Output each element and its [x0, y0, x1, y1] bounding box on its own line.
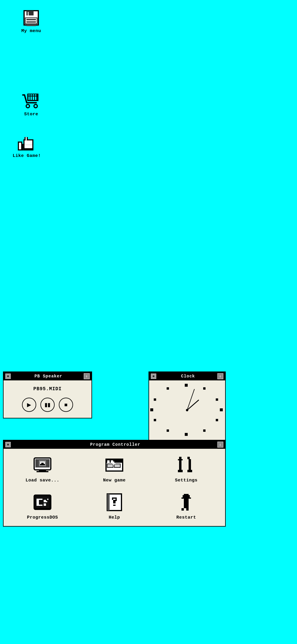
pb-speaker-titlebar: PB Speaker ⇩ [4, 372, 91, 380]
svg-rect-37 [150, 408, 153, 411]
svg-rect-1 [26, 11, 34, 15]
svg-rect-65 [178, 470, 183, 472]
svg-rect-6 [26, 25, 36, 26]
new-game-label: New game [103, 478, 126, 483]
clock-titlebar: Clock ⇩ [149, 372, 225, 380]
prog-ctrl-content: Load save... [4, 449, 225, 526]
restart-icon [176, 492, 197, 513]
prog-ctrl-minimize-btn[interactable]: ⇩ [217, 442, 223, 448]
progressdos-icon [32, 492, 53, 513]
clock-face [149, 380, 225, 440]
my-menu-icon-img [22, 9, 40, 27]
svg-rect-16 [22, 144, 23, 151]
svg-rect-51 [40, 464, 45, 465]
prog-ctrl-title: Program Controller [13, 442, 217, 447]
svg-rect-85 [113, 501, 116, 503]
svg-rect-31 [220, 408, 223, 411]
svg-rect-20 [19, 143, 21, 149]
store-label: Store [24, 112, 38, 117]
store-icon-img [22, 92, 40, 110]
svg-rect-61 [112, 463, 116, 464]
svg-rect-80 [107, 494, 110, 511]
svg-rect-27 [153, 375, 154, 377]
media-controls: ▶ ▮▮ ■ [8, 398, 87, 412]
progressdos-label: ProgressDOS [27, 515, 58, 520]
pb-speaker-win-icon [5, 374, 11, 379]
help-label: Help [109, 515, 120, 520]
restart-label: Restart [176, 515, 196, 520]
my-menu-label: My menu [21, 29, 41, 34]
svg-rect-44 [7, 444, 9, 445]
svg-rect-84 [113, 500, 116, 501]
settings-item[interactable]: Settings [153, 455, 219, 483]
svg-rect-81 [112, 497, 117, 499]
svg-rect-77 [46, 501, 47, 502]
midi-file-label: PB95.MIDI [8, 386, 87, 392]
svg-point-14 [34, 104, 37, 108]
svg-rect-56 [107, 460, 110, 463]
svg-rect-89 [181, 497, 191, 499]
svg-point-13 [26, 104, 29, 108]
svg-rect-29 [203, 387, 206, 390]
svg-rect-72 [37, 500, 39, 505]
svg-rect-88 [183, 495, 190, 497]
like-game-icon[interactable]: Like Game! [9, 134, 45, 158]
svg-rect-66 [187, 457, 190, 459]
my-menu-icon[interactable]: My menu [13, 9, 49, 34]
clock-minimize-btn[interactable]: ⇩ [217, 373, 223, 379]
svg-rect-35 [167, 429, 169, 432]
restart-item[interactable]: Restart [153, 492, 219, 520]
clock-window: Clock ⇩ [148, 371, 226, 440]
help-item[interactable]: Help [81, 492, 147, 520]
svg-rect-68 [187, 470, 192, 472]
svg-rect-5 [26, 21, 36, 23]
load-save-label: Load save... [26, 478, 59, 483]
svg-rect-25 [7, 375, 9, 377]
pb-speaker-content: PB95.MIDI ▶ ▮▮ ■ [4, 380, 91, 418]
svg-rect-33 [203, 429, 206, 432]
help-icon [104, 492, 125, 513]
stop-button[interactable]: ■ [59, 398, 73, 412]
svg-rect-63 [178, 459, 183, 460]
svg-rect-52 [39, 470, 46, 471]
svg-rect-53 [37, 471, 48, 472]
prog-ctrl-win-icon [5, 442, 11, 447]
play-button[interactable]: ▶ [22, 398, 36, 412]
prog-ctrl-titlebar: Program Controller ⇩ [4, 440, 225, 449]
svg-rect-38 [154, 399, 156, 401]
svg-rect-86 [113, 505, 116, 506]
pb-speaker-minimize-btn[interactable]: ⇩ [84, 373, 90, 379]
svg-rect-39 [167, 387, 169, 390]
svg-rect-34 [185, 433, 188, 436]
clock-win-icon [151, 374, 156, 379]
svg-rect-82 [112, 499, 113, 500]
pb-speaker-window: PB Speaker ⇩ PB95.MIDI ▶ ▮▮ ■ [3, 371, 92, 418]
program-controller-window: Program Controller ⇩ [3, 440, 226, 527]
svg-rect-22 [25, 145, 32, 148]
like-game-label: Like Game! [12, 153, 41, 158]
progressdos-item[interactable]: ProgressDOS [10, 492, 75, 520]
svg-rect-83 [116, 499, 117, 501]
svg-rect-64 [179, 460, 181, 470]
new-game-item[interactable]: New game [81, 455, 147, 483]
svg-rect-58 [107, 464, 113, 467]
prog-grid: Load save... [10, 455, 219, 520]
svg-rect-62 [179, 457, 181, 459]
svg-rect-76 [47, 499, 48, 500]
svg-rect-90 [181, 508, 184, 511]
svg-rect-3 [25, 18, 37, 24]
store-icon[interactable]: Store [13, 92, 49, 117]
clock-title: Clock [159, 374, 217, 379]
load-save-item[interactable]: Load save... [10, 455, 75, 483]
svg-rect-91 [186, 508, 189, 511]
new-game-icon [104, 455, 125, 475]
settings-label: Settings [175, 478, 198, 483]
svg-rect-59 [114, 464, 120, 467]
svg-point-42 [186, 409, 188, 411]
svg-rect-36 [154, 419, 156, 421]
svg-rect-74 [44, 500, 46, 502]
svg-rect-67 [189, 459, 191, 470]
pause-button[interactable]: ▮▮ [40, 398, 55, 412]
svg-rect-78 [45, 503, 46, 505]
like-game-icon-img [18, 134, 36, 152]
